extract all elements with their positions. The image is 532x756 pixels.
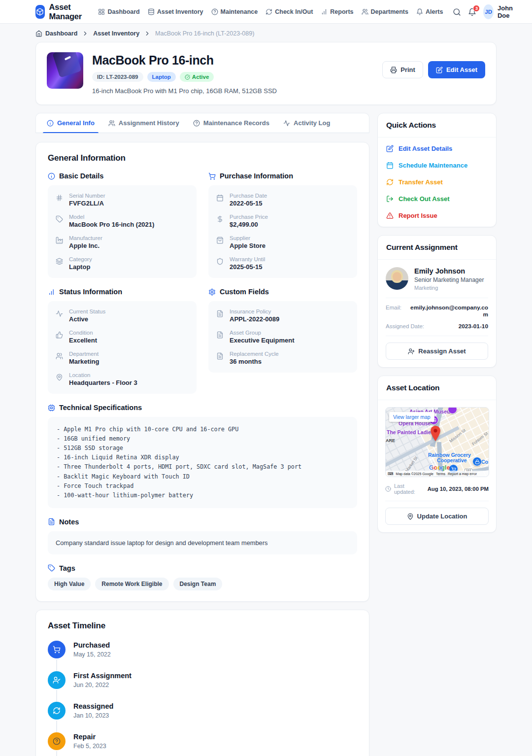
action-check-out-asset[interactable]: Check Out Asset bbox=[386, 195, 488, 203]
last-updated-value: Aug 10, 2023, 08:00 PM bbox=[428, 486, 489, 492]
timeline-event-purchased: PurchasedMay 15, 2022 bbox=[48, 641, 357, 671]
edit-icon bbox=[436, 67, 443, 73]
tab-maintenance-records[interactable]: Maintenance Records bbox=[186, 113, 276, 133]
edit-icon bbox=[386, 145, 394, 152]
map-pin-marker[interactable] bbox=[429, 425, 442, 442]
email-row: Email:emily.johnson@company.com bbox=[386, 304, 488, 318]
notes-text: Company standard issue laptop for design… bbox=[48, 531, 357, 554]
tab-activity-log[interactable]: Activity Log bbox=[276, 113, 337, 133]
breadcrumb-asset-inventory[interactable]: Asset Inventory bbox=[93, 30, 139, 37]
brand[interactable]: Asset Manager bbox=[35, 2, 86, 21]
keyboard-icon[interactable]: ⌨ bbox=[388, 472, 394, 476]
nav-alerts[interactable]: Alerts bbox=[413, 5, 446, 18]
user-menu[interactable]: JD John Doe bbox=[483, 4, 517, 19]
asset-location-card: Asset Location Asian Art Museum bbox=[377, 376, 497, 533]
breadcrumb-dashboard[interactable]: Dashboard bbox=[35, 30, 77, 37]
assigned-date: 2023-01-10 bbox=[459, 323, 488, 330]
user-avatar: JD bbox=[483, 4, 494, 19]
field-department: DepartmentMarketing bbox=[56, 351, 189, 365]
field-serial-number: Serial NumberFVFG2LL/A bbox=[56, 193, 189, 207]
map-poi-label: ARE bbox=[386, 438, 395, 443]
nav-asset-inventory[interactable]: Asset Inventory bbox=[145, 5, 206, 18]
info-icon bbox=[47, 120, 54, 127]
tag-icon bbox=[56, 215, 63, 223]
field-manufacturer: ManufacturerApple Inc. bbox=[56, 235, 189, 249]
edit-asset-button[interactable]: Edit Asset bbox=[428, 61, 485, 78]
field-category: CategoryLaptop bbox=[56, 256, 189, 271]
map-report-link[interactable]: Report a map error bbox=[448, 472, 477, 476]
field-insurance-policy: Insurance PolicyAPPL-2022-0089 bbox=[216, 309, 349, 323]
check-circle-icon bbox=[185, 74, 190, 80]
nav-dashboard[interactable]: Dashboard bbox=[95, 5, 142, 18]
view-larger-map-link[interactable]: View larger map bbox=[389, 412, 434, 422]
search-button[interactable] bbox=[453, 8, 461, 16]
shopping-cart-icon bbox=[48, 641, 66, 658]
assigned-date-row: Assigned Date:2023-01-10 bbox=[386, 323, 488, 330]
file-icon bbox=[216, 352, 224, 360]
main-nav: Dashboard Asset Inventory Maintenance Ch… bbox=[95, 5, 446, 18]
user-plus-icon bbox=[408, 348, 415, 355]
calendar-icon bbox=[386, 162, 394, 169]
current-assignment-title: Current Assignment bbox=[378, 236, 496, 260]
basic-details-section: Basic Details Serial NumberFVFG2LL/A Mod… bbox=[48, 172, 197, 278]
lock-poi-icon[interactable] bbox=[472, 457, 482, 466]
home-icon bbox=[35, 30, 42, 37]
shield-icon bbox=[216, 258, 224, 265]
asset-id-badge: ID: LT-2023-089 bbox=[92, 72, 143, 82]
assignee-email: emily.johnson@company.com bbox=[405, 304, 488, 318]
thumbs-up-icon bbox=[56, 331, 63, 339]
map-attribution: ⌨ Map data ©2025 Google Terms Report a m… bbox=[386, 471, 489, 477]
asset-photo bbox=[47, 52, 83, 89]
shopping-cart-icon bbox=[208, 172, 216, 180]
nav-departments[interactable]: Departments bbox=[359, 5, 411, 18]
action-transfer-asset[interactable]: Transfer Asset bbox=[386, 178, 488, 186]
field-warranty: Warranty Until2025-05-15 bbox=[216, 256, 349, 271]
nav-reports[interactable]: Reports bbox=[318, 5, 356, 18]
dollar-icon bbox=[216, 215, 224, 223]
field-supplier: SupplierApple Store bbox=[216, 235, 349, 249]
users-icon bbox=[56, 352, 63, 360]
action-edit-asset-details[interactable]: Edit Asset Details bbox=[386, 145, 488, 152]
factory-icon bbox=[56, 237, 63, 244]
field-purchase-date: Purchase Date2022-05-15 bbox=[216, 193, 349, 207]
activity-icon bbox=[56, 310, 63, 317]
layers-icon bbox=[56, 258, 63, 265]
notifications-button[interactable]: 3 bbox=[468, 8, 476, 16]
purchase-information-section: Purchase Information Purchase Date2022-0… bbox=[208, 172, 357, 278]
current-assignment-card: Current Assignment Emily Johnson Senior … bbox=[377, 235, 497, 368]
action-report-issue[interactable]: Report Issue bbox=[386, 212, 488, 219]
map-poi-label: Costc bbox=[481, 459, 489, 465]
bell-icon bbox=[416, 8, 423, 15]
map-poi-label: Cooperative bbox=[437, 457, 467, 463]
print-button[interactable]: Print bbox=[382, 61, 423, 78]
activity-icon bbox=[283, 120, 290, 127]
calendar-icon bbox=[216, 194, 224, 202]
file-icon bbox=[48, 518, 55, 525]
reassign-asset-button[interactable]: Reassign Asset bbox=[386, 343, 488, 360]
google-logo[interactable]: Google bbox=[429, 464, 450, 471]
top-navbar: Asset Manager Dashboard Asset Inventory … bbox=[0, 0, 532, 24]
chevron-right-icon bbox=[144, 30, 151, 37]
bar-chart-icon bbox=[321, 8, 328, 15]
general-information-card: General Information Basic Details Serial… bbox=[35, 142, 369, 602]
map-embed[interactable]: Asian Art Museum Opera House The Painted… bbox=[385, 407, 489, 477]
help-circle-icon bbox=[48, 732, 66, 750]
grid-icon bbox=[98, 8, 105, 15]
tab-general-info[interactable]: General Info bbox=[40, 113, 101, 133]
cpu-icon bbox=[48, 404, 55, 412]
nav-check-in-out[interactable]: Check In/Out bbox=[263, 5, 316, 18]
bar-chart-icon bbox=[48, 288, 55, 296]
action-schedule-maintenance[interactable]: Schedule Maintenance bbox=[386, 162, 488, 169]
nav-maintenance[interactable]: Maintenance bbox=[208, 5, 261, 18]
tab-assignment-history[interactable]: Assignment History bbox=[101, 113, 186, 133]
refresh-icon bbox=[386, 178, 394, 186]
quick-actions-card: Quick Actions Edit Asset Details Schedul… bbox=[377, 113, 497, 227]
update-location-button[interactable]: Update Location bbox=[385, 508, 489, 525]
asset-description: 16-inch MacBook Pro with M1 Pro chip, 16… bbox=[92, 87, 373, 95]
user-check-icon bbox=[48, 671, 66, 689]
brand-name: Asset Manager bbox=[49, 2, 87, 21]
refresh-icon bbox=[266, 8, 272, 15]
field-model: ModelMacBook Pro 16-inch (2021) bbox=[56, 214, 189, 228]
notification-badge: 3 bbox=[473, 5, 480, 12]
map-terms-link[interactable]: Terms bbox=[436, 472, 445, 476]
